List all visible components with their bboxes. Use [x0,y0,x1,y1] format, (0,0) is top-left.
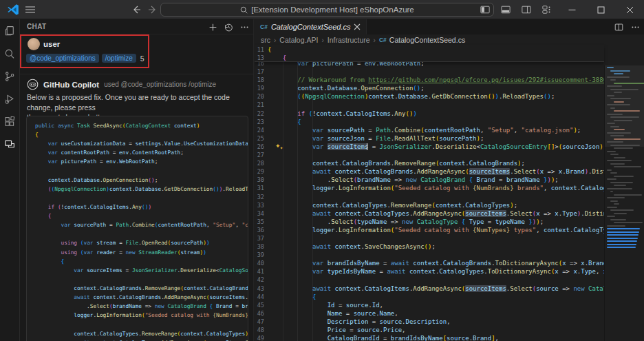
title-bar: [Extension Development Host] eShopOnAzur… [0,0,644,19]
vscode-window: [Extension Development Host] eShopOnAzur… [0,0,644,341]
code-line[interactable]: 38 await context.SaveChangesAsync(); [255,242,644,251]
chat-history-icon[interactable] [224,23,233,32]
chat-user-prompt: @code_optimizations/optimize5 [26,54,144,63]
code-line[interactable]: 41 var typeIdsByName = await context.Cat… [255,267,644,276]
menu-hamburger-icon[interactable] [25,4,36,15]
sticky-line[interactable]: 13 { [255,54,604,62]
chat-code-line: using (var stream = File.OpenRead(source… [35,238,248,247]
minimap[interactable] [604,65,644,341]
code-line[interactable]: 27 [255,151,644,159]
sidebar-item-source-control[interactable] [0,65,19,87]
sticky-line[interactable]: 11{ [255,45,604,54]
code-line[interactable]: 17 [255,68,644,76]
explorer-icon [3,25,16,37]
chat-code-line: { [35,257,248,266]
csharp-file-icon: C# [379,37,387,43]
code-line[interactable]: 26 var sourceItems = JsonSerializer.Dese… [255,143,644,151]
sidebar-item-search[interactable] [0,42,19,65]
chat-code-line: var picturePath = env.WebRootPath; [35,157,248,166]
github-copilot-icon [27,79,39,90]
toggle-primary-sidebar-icon[interactable] [475,0,495,19]
prompt-chip[interactable]: /optimize [102,54,136,63]
toggle-secondary-sidebar-icon[interactable] [516,0,537,19]
code-editor[interactable]: 16 var picturePath = env.WebRootPath;171… [255,45,644,341]
code-line[interactable]: 43 await context.CatalogItems.AddRangeAs… [255,285,644,293]
user-avatar [28,38,40,50]
chat-code-line: public async Task SeedAsync(CatalogConte… [35,121,248,130]
more-actions-icon[interactable] [240,23,249,32]
code-line[interactable]: 36 logger.LogInformation("Seeded catalog… [255,226,644,234]
copilot-sparkle-icon[interactable]: ✦✦ [275,142,284,151]
code-line[interactable]: 48 Price = source.Price, [255,326,644,334]
split-editor-icon[interactable] [614,23,623,32]
code-line[interactable]: 47 Description = source.Description, [255,318,644,326]
editor-tab-bar: C# CatalogContextSeed.cs [255,19,644,34]
new-chat-icon[interactable] [208,23,217,32]
code-line[interactable]: 49 CatalogBrandId = brandIdsByName[sourc… [255,334,644,341]
chat-panel: CHAT user @code_optimizations/optimize5 … [20,19,254,341]
tab-label: CatalogContextSeed.cs [271,23,351,31]
sidebar-item-explorer[interactable] [0,19,19,42]
breadcrumb-item[interactable]: C#CatalogContextSeed.cs [379,36,465,44]
code-line[interactable]: 45 Id = source.Id, [255,301,644,309]
code-line[interactable]: 22 if (!context.CatalogItems.Any()) [255,110,644,118]
git-branch-icon [3,70,16,83]
code-line[interactable]: 21 [255,101,644,109]
search-icon [240,6,248,14]
chat-code-line: var contentRootPath = env.ContentRootPat… [35,148,248,157]
code-line[interactable]: 29 await context.CatalogBrands.AddRangeA… [255,167,644,176]
window-minimize-button[interactable] [557,0,586,19]
code-line[interactable]: 42 [255,276,644,284]
code-line[interactable]: 33 context.CatalogTypes.RemoveRange(cont… [255,201,644,209]
code-line[interactable]: 34 await context.CatalogTypes.AddRangeAs… [255,209,644,218]
chat-code-line: ((NpgsqlConnection)context.Database.GetD… [35,185,248,194]
chat-code-line: { [35,211,248,220]
code-line[interactable]: 19 context.Database.OpenConnection(); [255,84,644,92]
copilot-meta: used @code_optimizations /optimize [104,81,216,88]
chat-code-line: var sourceItems = JsonSerializer.Deseria… [35,266,248,275]
code-line[interactable]: 18 // Workaround from https://github.com… [255,76,644,84]
editor-group: C# CatalogContextSeed.cs src›Catalog.API… [255,19,644,341]
proposed-fix-code-block[interactable]: public async Task SeedAsync(CatalogConte… [26,116,248,341]
customize-layout-icon[interactable] [537,0,557,19]
code-line[interactable]: 24 var sourcePath = Path.Combine(content… [255,126,644,134]
code-line[interactable]: 28 context.CatalogBrands.RemoveRange(con… [255,159,644,167]
editor-more-actions-icon[interactable] [631,23,640,32]
code-line[interactable]: 37 [255,234,644,242]
tab-close-icon[interactable] [354,23,361,30]
sidebar-item-run-debug[interactable] [0,87,19,110]
code-line[interactable]: 39 [255,251,644,259]
sidebar-item-extensions[interactable] [0,110,19,133]
chat-code-line: if (!context.CatalogItems.Any()) [35,203,248,211]
sticky-scroll[interactable]: 11{13 { [255,45,604,62]
prompt-chip[interactable]: @code_optimizations [26,54,99,63]
code-line[interactable]: 44 { [255,293,644,301]
chat-code-line [35,275,248,284]
tab-catalogcontextseed[interactable]: C# CatalogContextSeed.cs [255,19,367,34]
code-line[interactable]: 31 logger.LogInformation("Seeded catalog… [255,184,644,192]
code-line[interactable]: 35 .Select(typeName => new CatalogType {… [255,218,644,226]
nav-back-icon[interactable] [131,4,142,15]
code-line[interactable]: 40 var brandIdsByName = await context.Ca… [255,259,644,267]
command-center-search[interactable]: [Extension Development Host] eShopOnAzur… [160,3,494,17]
breadcrumb-item[interactable]: Infrastructure [328,36,370,44]
window-title: [Extension Development Host] eShopOnAzur… [251,6,414,14]
window-maximize-button[interactable] [586,0,615,19]
toggle-panel-icon[interactable] [495,0,516,19]
breadcrumb[interactable]: src›Catalog.API›Infrastructure›C#Catalog… [255,34,644,45]
code-line[interactable]: 30 .Select(brandName => new CatalogBrand… [255,176,644,184]
code-line[interactable]: 23 { [255,118,644,126]
breadcrumb-separator: › [374,37,376,44]
code-line[interactable]: 32 [255,193,644,201]
window-close-button[interactable] [615,0,644,19]
code-line[interactable]: 20 ((NpgsqlConnection)context.Database.G… [255,92,644,101]
chat-panel-header: CHAT [20,19,253,34]
code-line[interactable]: 25 var sourceJson = File.ReadAllText(sou… [255,134,644,143]
run-debug-icon [3,93,16,105]
sidebar-item-chat[interactable] [0,133,19,156]
breadcrumb-item[interactable]: Catalog.API [279,36,318,44]
code-line[interactable]: 46 Name = source.Name, [255,309,644,318]
chat-code-line: { [35,130,248,139]
nav-forward-icon[interactable] [147,4,158,15]
breadcrumb-item[interactable]: src [261,36,270,44]
